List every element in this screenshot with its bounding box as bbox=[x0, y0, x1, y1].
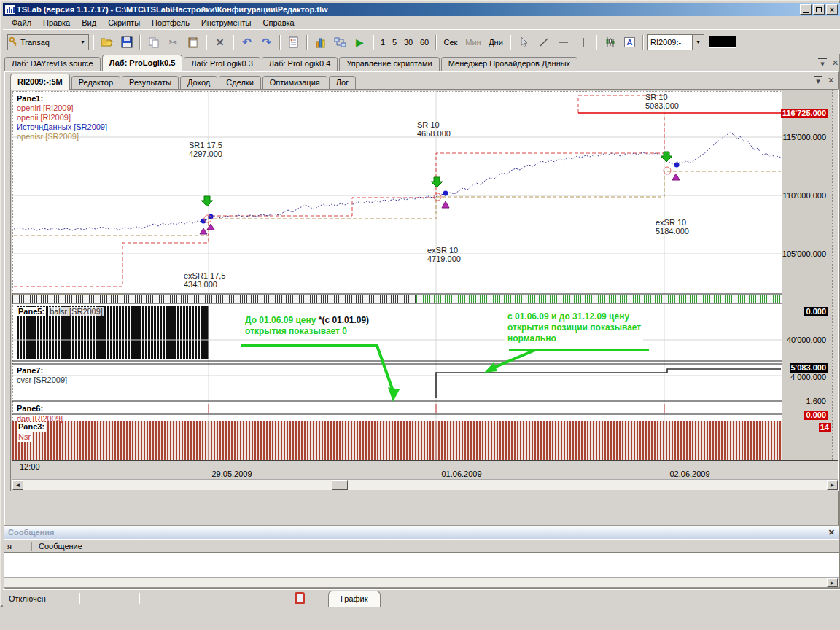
note-after: с 01.06.09 и до 31.12.09 цену открытия п… bbox=[505, 311, 643, 345]
chevron-down-icon[interactable]: ▾ bbox=[692, 35, 704, 50]
tab-lab-dayrevbs[interactable]: Лаб: DAYrevBs source bbox=[4, 57, 101, 71]
chart-hscrollbar[interactable]: ◄ ► bbox=[12, 479, 838, 490]
scroll-right-button[interactable]: ► bbox=[827, 578, 838, 587]
flow-editor-button[interactable] bbox=[331, 34, 349, 51]
unit-day-button[interactable]: Дни bbox=[486, 34, 506, 51]
undo-button[interactable]: ↶ bbox=[238, 34, 256, 51]
trendline-tool-button[interactable] bbox=[534, 34, 553, 51]
note-arrows bbox=[241, 346, 649, 402]
candles-tool-button[interactable] bbox=[601, 34, 619, 51]
annotation-exsr10-mid: exSR 104719.000 bbox=[427, 246, 461, 263]
axis-4000: 4 000.000 bbox=[789, 373, 828, 382]
vertical-line-icon bbox=[578, 37, 588, 47]
axis-current-price: 116'725.000 bbox=[781, 109, 828, 118]
script-properties-button[interactable] bbox=[284, 34, 303, 51]
messages-header: Сообщения ✕ bbox=[4, 526, 839, 539]
play-icon: ▶ bbox=[356, 36, 364, 48]
tab-lab-prologik03[interactable]: Лаб: ProLogik0.3 bbox=[184, 57, 260, 71]
chart-view-tab[interactable]: График bbox=[328, 591, 381, 607]
pane5-title: Pane5: bbox=[17, 307, 46, 316]
color-swatch[interactable] bbox=[709, 36, 736, 48]
unit-min-button[interactable]: Мин bbox=[462, 34, 484, 51]
view-tab-close-icon[interactable]: ✕ bbox=[825, 75, 836, 85]
messages-col-message[interactable]: Сообщение bbox=[32, 542, 82, 551]
cut-button[interactable]: ✂ bbox=[164, 34, 182, 51]
axis-cvsr-value: 5'083.000 bbox=[790, 363, 828, 373]
open-button[interactable] bbox=[98, 34, 116, 51]
menu-help[interactable]: Справка bbox=[257, 17, 300, 28]
scroll-left-button[interactable]: ◄ bbox=[12, 480, 23, 490]
flow-diagram-icon bbox=[334, 36, 346, 48]
tab-optimization[interactable]: Оптимизация bbox=[262, 76, 327, 90]
tab-income[interactable]: Доход bbox=[180, 76, 217, 90]
tab-trades[interactable]: Сделки bbox=[219, 76, 261, 90]
provider-combobox[interactable]: Transaq ▾ bbox=[7, 34, 89, 50]
timeframe-5-button[interactable]: 5 bbox=[389, 34, 400, 51]
key-icon bbox=[8, 36, 19, 47]
pane3-series: Nsr bbox=[17, 432, 32, 442]
tab-close-icon[interactable]: ✕ bbox=[830, 58, 840, 68]
signal-markers-2 bbox=[431, 177, 449, 208]
timeframe-60-button[interactable]: 60 bbox=[417, 34, 432, 51]
chevron-down-icon[interactable]: ▾ bbox=[77, 35, 88, 50]
timeframe-1-button[interactable]: 1 bbox=[378, 34, 388, 51]
time-axis: 12:00 29.05.2009 01.06.2009 02.06.2009 bbox=[12, 460, 838, 479]
pane3-title: Pane3: bbox=[17, 422, 46, 432]
source-data-line bbox=[14, 133, 781, 230]
redo-button[interactable]: ↷ bbox=[257, 34, 276, 51]
tab-log[interactable]: Лог bbox=[329, 76, 356, 90]
menu-edit[interactable]: Правка bbox=[37, 17, 76, 28]
chart-plot bbox=[12, 91, 782, 460]
tab-chart-ri2009[interactable]: RI2009:-:5M bbox=[10, 74, 70, 90]
save-icon bbox=[121, 36, 133, 48]
tab-lab-prologik05[interactable]: Лаб: ProLogik0.5 bbox=[102, 55, 183, 71]
messages-close-icon[interactable]: ✕ bbox=[828, 528, 835, 537]
run-button[interactable]: ▶ bbox=[351, 34, 369, 51]
close-button[interactable]: × bbox=[826, 4, 838, 15]
pane5-series: balsr [SR2009] bbox=[48, 307, 104, 316]
view-tabs: RI2009:-:5M Редактор Результаты Доход Сд… bbox=[10, 74, 815, 90]
messages-hscrollbar[interactable]: ► bbox=[4, 578, 839, 587]
messages-list[interactable] bbox=[4, 553, 839, 578]
symbol-combobox[interactable]: RI2009:- ▾ bbox=[648, 34, 704, 50]
pane-borders bbox=[12, 294, 782, 414]
copy-button[interactable] bbox=[144, 34, 163, 51]
tab-results[interactable]: Результаты bbox=[122, 76, 179, 90]
delete-button[interactable]: ✕ bbox=[211, 34, 229, 51]
menu-scripts[interactable]: Скрипты bbox=[102, 17, 146, 28]
candles-icon bbox=[604, 36, 616, 48]
menu-tools[interactable]: Инструменты bbox=[195, 17, 257, 28]
messages-column-header: я Сообщение bbox=[4, 540, 839, 553]
tab-editor[interactable]: Редактор bbox=[71, 76, 120, 90]
tab-list-icon[interactable]: ▾ bbox=[818, 58, 827, 69]
view-tab-list-icon[interactable]: ▾ bbox=[814, 76, 822, 86]
vline-tool-button[interactable] bbox=[574, 34, 592, 51]
scroll-thumb[interactable] bbox=[332, 480, 348, 490]
annotation-exsr10-right: exSR 105184.000 bbox=[656, 218, 689, 236]
text-tool-button[interactable]: A bbox=[621, 34, 639, 51]
indicators-button[interactable] bbox=[311, 34, 330, 51]
tab-lab-prologik04[interactable]: Лаб: ProLogik0.4 bbox=[262, 57, 338, 71]
unit-sec-button[interactable]: Сек bbox=[440, 34, 461, 51]
menu-portfolio[interactable]: Портфель bbox=[146, 17, 195, 28]
horizontal-gridlines bbox=[12, 137, 782, 376]
bar-chart-icon bbox=[315, 36, 327, 48]
messages-col-time[interactable]: я bbox=[4, 542, 32, 551]
menu-file[interactable]: Файл bbox=[6, 17, 37, 28]
save-button[interactable] bbox=[117, 34, 136, 51]
text-a-icon: A bbox=[624, 37, 636, 47]
pointer-tool-button[interactable] bbox=[515, 34, 533, 51]
note-before: До 01.06.09 цену *(с 01.01.09) открытия … bbox=[243, 314, 371, 338]
restore-button[interactable] bbox=[813, 4, 825, 15]
tab-script-manager[interactable]: Управление скриптами bbox=[339, 57, 439, 71]
axis-balsr-zero: 0.000 bbox=[804, 307, 828, 316]
menu-view[interactable]: Вид bbox=[76, 17, 102, 28]
timeframe-30-button[interactable]: 30 bbox=[401, 34, 416, 51]
tab-data-providers[interactable]: Менеджер Провайдеров Данных bbox=[441, 57, 578, 71]
trendline-icon bbox=[539, 37, 549, 47]
minimize-button[interactable] bbox=[800, 4, 812, 15]
title-bar: TSLab (версия 1.1.7.17) - C:\MTC\TSLab\Н… bbox=[3, 3, 840, 16]
paste-button[interactable] bbox=[184, 34, 202, 51]
hline-tool-button[interactable] bbox=[554, 34, 572, 51]
scroll-right-button[interactable]: ► bbox=[827, 480, 838, 490]
